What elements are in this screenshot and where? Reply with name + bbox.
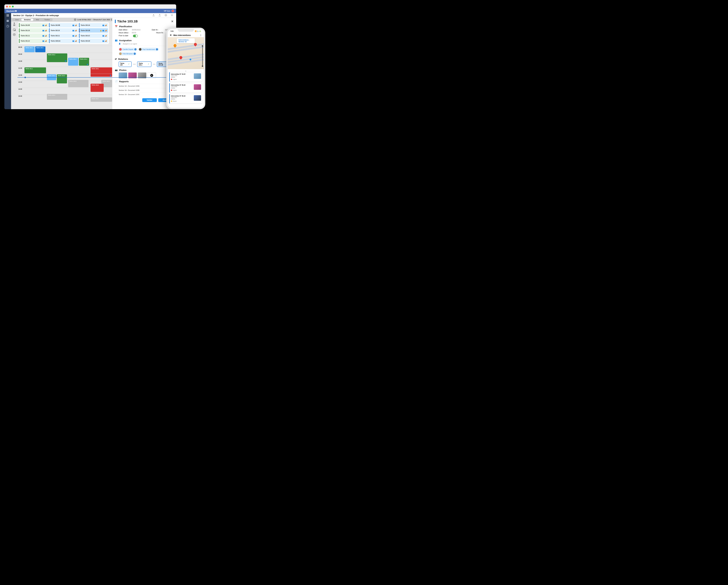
- relation-node[interactable]: Tâche 103✓: [119, 61, 132, 67]
- svg-rect-6: [7, 20, 9, 22]
- task-icons: 👥 🚚: [72, 30, 77, 31]
- task-card[interactable]: Tâche 10211A👥 🚚: [49, 39, 78, 43]
- user-area[interactable]: VIP User: [164, 9, 174, 12]
- toolbar: Secteur 1A - Equipe 2 - Prestation de ne…: [4, 13, 176, 18]
- tab-mois[interactable]: Mois: [33, 19, 42, 21]
- nav-calendar-icon[interactable]: [6, 19, 9, 22]
- task-label: Tâche 101.09: [21, 24, 30, 26]
- validate-button[interactable]: Valider: [142, 98, 157, 102]
- svg-point-4: [165, 14, 167, 16]
- filter-icon[interactable]: [164, 14, 167, 17]
- map-sector-tag[interactable]: Interventions - Secteur 22: [177, 38, 195, 43]
- field-label: Heure début :: [119, 32, 132, 34]
- task-card[interactable]: Tâche 102.10👥 🚚: [49, 28, 78, 33]
- task-card-selected[interactable]: Tâche 103.1B🔒 👥 🚚: [79, 28, 108, 33]
- phone-map[interactable]: Interventions - Secteur 22 🍴 📍 📍: [168, 37, 204, 69]
- close-button[interactable]: ✕: [171, 20, 174, 23]
- event-label: Tâche 101.3: [58, 75, 65, 76]
- status-icons: 📶 📡 🔋: [195, 30, 201, 32]
- intervention-list[interactable]: Intervention N° 34-22 Train 2453 Nantes …: [168, 72, 204, 104]
- remove-icon[interactable]: ✕: [134, 48, 136, 50]
- task-label: Tâche 101.11: [21, 35, 30, 36]
- fix-date-toggle[interactable]: [133, 35, 138, 37]
- task-card[interactable]: Tâche 101.12👥 🚚: [19, 39, 48, 43]
- assignee-chip[interactable]: Camille Dupain✕: [119, 48, 137, 51]
- window-maximize-dot[interactable]: [12, 6, 14, 7]
- svg-rect-1: [8, 15, 9, 15]
- phone-close-button[interactable]: ✕: [170, 34, 172, 36]
- task-card[interactable]: Tâche 102.11👥 🚚: [49, 33, 78, 38]
- event-block[interactable]: Tâche 103.1: [35, 47, 46, 52]
- task-label: Tâche 101.12: [21, 40, 30, 42]
- nav-chart-icon[interactable]: [6, 25, 9, 28]
- upload-icon[interactable]: [152, 14, 155, 17]
- map-zoom-slider[interactable]: [202, 46, 203, 66]
- event-label: Tâche 102.3: [48, 95, 55, 96]
- section-rapports: 📄Rapports Secteur 1A - Document 103A Sec…: [115, 80, 174, 97]
- svg-point-5: [172, 15, 173, 16]
- task-card[interactable]: Tâche 103.1C👥 🚚: [79, 33, 108, 38]
- calendar-icon: 📅: [115, 25, 118, 28]
- priority-label: Urgent: [173, 89, 177, 91]
- event-label: Tâche 102.1: [25, 47, 33, 49]
- map-pin-red[interactable]: 📍: [179, 55, 183, 59]
- tab-jours[interactable]: Jours: [12, 19, 21, 21]
- user-avatar[interactable]: [172, 9, 174, 12]
- task-label: Tâche 103.1D: [81, 40, 90, 42]
- task-card[interactable]: Tâche 102.9B👥 🚚: [49, 23, 78, 27]
- assign-agent-link[interactable]: 👤⁺Assigner à un agent: [119, 43, 174, 46]
- window-minimize-dot[interactable]: [9, 6, 11, 7]
- report-link[interactable]: Secteur 1A - Document 103B: [115, 88, 174, 92]
- task-card[interactable]: Tâche 101.11👥 🚚: [19, 33, 48, 38]
- intervention-card[interactable]: Intervention N° 34-22 Train 2453 Nantes …: [169, 72, 202, 82]
- event-label: Tâche 102.7: [92, 98, 99, 100]
- task-label: Tâche 101.10: [21, 30, 30, 31]
- task-icons: 🔒 👥 🚚: [100, 30, 107, 31]
- phone-notch: [178, 29, 194, 32]
- grid-icon[interactable]: [4, 13, 11, 18]
- event-label: Tâche 101.1: [25, 68, 33, 70]
- settings-icon[interactable]: [171, 14, 173, 17]
- event-block[interactable]: Tâche 101.1: [24, 68, 46, 73]
- task-card[interactable]: Tâche 103.1A👥 🚚: [79, 23, 108, 27]
- assignee-chip[interactable]: Felix Birnamm✕: [119, 52, 136, 55]
- drag-handle-icon[interactable]: ⌄: [168, 69, 204, 72]
- event-block[interactable]: Tâche 102.7: [90, 97, 112, 102]
- window-close-dot[interactable]: [6, 6, 8, 7]
- field-value[interactable]: 30/05/2022: [132, 29, 140, 31]
- collapse-icon[interactable]: [13, 33, 16, 36]
- priority-label: Urgent: [173, 79, 177, 80]
- task-card[interactable]: Tâche 103.1D👥 🚚: [79, 39, 108, 43]
- event-block[interactable]: Tâche 102.3: [47, 94, 67, 100]
- assign-placeholder: Assigner à un agent: [123, 43, 137, 45]
- day-number: 22: [13, 24, 15, 26]
- report-link[interactable]: Secteur 1A - Document 103C: [115, 92, 174, 97]
- event-block[interactable]: Tâche 102.5: [68, 80, 88, 87]
- intervention-card[interactable]: Intervention N° 35-22 Train 5698 Nantes …: [169, 83, 202, 93]
- prev-week-button[interactable]: ‹: [74, 19, 76, 21]
- event-block[interactable]: Tâche 102.1: [24, 47, 35, 52]
- task-card[interactable]: Tâche 101.10👥 🚚: [19, 28, 48, 33]
- tab-timeline[interactable]: Timeline: [42, 19, 52, 21]
- report-link[interactable]: Secteur 1A - Document 103A: [115, 84, 174, 88]
- event-label: Tâche 102.4: [69, 58, 76, 60]
- task-card[interactable]: Tâche 101.09👥 🚚: [19, 23, 48, 27]
- event-label: Tâche 101.2: [48, 54, 55, 55]
- card-title: Intervention N° 36-22: [171, 95, 192, 97]
- remove-icon[interactable]: ✕: [134, 53, 136, 55]
- phone-menu-icon[interactable]: ⋮: [200, 34, 202, 36]
- event-block[interactable]: Tâche 101.4👥: [79, 58, 89, 65]
- svg-rect-2: [7, 16, 7, 16]
- event-block[interactable]: Tâche 102.4: [68, 58, 78, 65]
- hour-label: 15:00: [18, 95, 24, 102]
- intervention-card[interactable]: Intervention N° 36-22 Train 9821 Nantes …: [169, 94, 202, 104]
- export-icon[interactable]: [158, 14, 161, 17]
- remove-icon[interactable]: ✕: [156, 48, 158, 50]
- relation-node[interactable]: Tâche 103.1✓: [137, 61, 151, 67]
- plus-icon: +: [150, 74, 153, 77]
- calendar-add-icon[interactable]: [13, 28, 16, 31]
- field-value[interactable]: 09:00: [132, 32, 136, 34]
- detail-title-text: Tâche 103.1B: [117, 20, 138, 23]
- assignee-chip[interactable]: Paul Vanderroven✕: [138, 48, 159, 51]
- tab-semaines[interactable]: Semaines: [21, 19, 33, 21]
